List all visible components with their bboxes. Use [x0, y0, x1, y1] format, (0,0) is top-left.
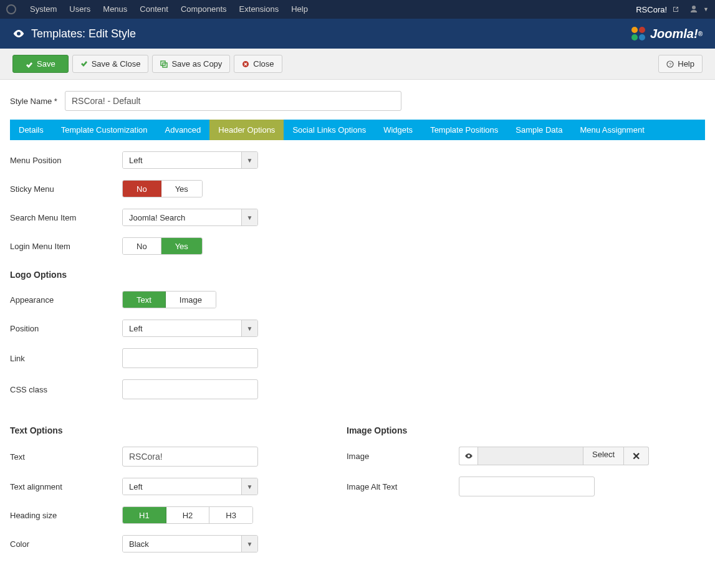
heading-h3[interactable]: H3 [209, 507, 252, 523]
css-class-input[interactable] [122, 379, 258, 399]
tab-header-options[interactable]: Header Options [209, 120, 284, 140]
image-row: Image Select ✕ [347, 447, 671, 465]
sticky-menu-no[interactable]: No [123, 181, 161, 197]
text-alignment-label: Text alignment [10, 482, 122, 491]
sitename-link[interactable]: RSCora! [636, 5, 667, 14]
tab-template-positions[interactable]: Template Positions [421, 120, 507, 140]
chevron-down-icon[interactable]: ▼ [703, 6, 709, 12]
heading-size-toggle: H1 H2 H3 [122, 506, 253, 524]
login-menu-no[interactable]: No [123, 238, 161, 254]
text-alignment-row: Text alignment Left ▼ [10, 478, 309, 495]
text-options-col: Text Options Text Text alignment Left ▼ … [10, 410, 309, 564]
save-copy-button[interactable]: Save as Copy [152, 55, 230, 73]
menu-menus[interactable]: Menus [97, 0, 133, 19]
heading-h2[interactable]: H2 [166, 507, 210, 523]
logo-text-input[interactable] [122, 447, 258, 467]
heading-size-row: Heading size H1 H2 H3 [10, 506, 309, 524]
save-label: Save [37, 59, 55, 69]
help-label: Help [678, 59, 694, 69]
login-menu-toggle: No Yes [122, 237, 203, 255]
appearance-text[interactable]: Text [123, 292, 166, 308]
login-menu-yes[interactable]: Yes [161, 238, 202, 254]
menu-position-select[interactable]: Left ▼ [122, 151, 258, 169]
sticky-menu-yes[interactable]: Yes [161, 181, 202, 197]
search-menu-value: Joomla! Search [123, 209, 241, 225]
options-columns: Text Options Text Text alignment Left ▼ … [10, 410, 705, 564]
chevron-down-icon: ▼ [241, 536, 257, 552]
tab-social-links[interactable]: Social Links Options [284, 120, 375, 140]
logo-options-heading: Logo Options [10, 270, 705, 280]
heading-h1[interactable]: H1 [123, 507, 166, 523]
css-class-label: CSS class [10, 385, 122, 394]
joomla-logo-text: Joomla! [650, 27, 698, 41]
image-alt-row: Image Alt Text [347, 477, 671, 496]
menu-system[interactable]: System [24, 0, 63, 19]
page-title-wrap: Templates: Edit Style [12, 27, 136, 40]
external-link-icon[interactable] [672, 6, 679, 13]
user-icon[interactable] [689, 5, 698, 14]
text-alignment-select[interactable]: Left ▼ [122, 478, 258, 495]
config-tabs: Details Template Customization Advanced … [10, 120, 705, 140]
logo-link-input[interactable] [122, 348, 258, 368]
save-copy-label: Save as Copy [171, 59, 222, 69]
chevron-down-icon: ▼ [241, 209, 257, 225]
image-options-col: Image Options Image Select ✕ [347, 410, 671, 564]
content-area: Style Name * Details Template Customizat… [0, 80, 715, 575]
tab-sample-data[interactable]: Sample Data [507, 120, 571, 140]
appearance-image[interactable]: Image [166, 292, 216, 308]
header-options-panel: Menu Position Left ▼ Sticky Menu No Yes … [10, 140, 705, 564]
topbar-right: RSCora! ▼ [636, 5, 709, 14]
apply-icon [26, 60, 33, 68]
svg-text:?: ? [669, 62, 672, 67]
style-name-label: Style Name * [10, 97, 65, 106]
help-icon: ? [666, 60, 674, 68]
tab-menu-assignment[interactable]: Menu Assignment [571, 120, 653, 140]
help-button[interactable]: ? Help [658, 55, 703, 73]
login-menu-label: Login Menu Item [10, 242, 122, 251]
save-close-button[interactable]: Save & Close [72, 55, 149, 73]
sticky-menu-label: Sticky Menu [10, 184, 122, 194]
logo-position-select[interactable]: Left ▼ [122, 320, 258, 337]
search-menu-select[interactable]: Joomla! Search ▼ [122, 209, 258, 226]
image-select-button[interactable]: Select [583, 447, 624, 465]
svg-point-3 [639, 34, 645, 40]
menu-users[interactable]: Users [63, 0, 97, 19]
menu-extensions[interactable]: Extensions [233, 0, 286, 19]
color-select[interactable]: Black ▼ [122, 535, 258, 552]
menu-position-row: Menu Position Left ▼ [10, 151, 705, 169]
color-label: Color [10, 539, 122, 549]
logo-text-label: Text [10, 452, 122, 462]
tab-details[interactable]: Details [10, 120, 52, 140]
menu-position-label: Menu Position [10, 156, 122, 165]
style-name-input[interactable] [65, 91, 401, 111]
tab-template-customization[interactable]: Template Customization [52, 120, 156, 140]
close-button[interactable]: Close [234, 55, 282, 73]
action-toolbar: Save Save & Close Save as Copy Close ? H… [0, 49, 715, 80]
menu-content[interactable]: Content [133, 0, 175, 19]
search-menu-row: Search Menu Item Joomla! Search ▼ [10, 209, 705, 226]
text-options-heading: Text Options [10, 425, 309, 435]
chevron-down-icon: ▼ [241, 478, 257, 495]
menu-position-value: Left [123, 152, 241, 168]
text-alignment-value: Left [123, 478, 241, 495]
close-label: Close [253, 59, 274, 69]
logo-link-label: Link [10, 354, 122, 363]
image-alt-input[interactable] [459, 477, 595, 496]
image-options-heading: Image Options [347, 425, 671, 435]
image-alt-label: Image Alt Text [347, 482, 459, 491]
svg-point-2 [631, 34, 638, 40]
save-close-label: Save & Close [92, 59, 141, 69]
svg-point-1 [639, 27, 645, 33]
image-select-group: Select ✕ [459, 447, 649, 465]
color-value: Black [123, 536, 241, 552]
tab-widgets[interactable]: Widgets [375, 120, 421, 140]
image-clear-button[interactable]: ✕ [624, 447, 649, 465]
tab-advanced[interactable]: Advanced [156, 120, 209, 140]
image-preview-button[interactable] [459, 447, 477, 465]
menu-components[interactable]: Components [175, 0, 233, 19]
menu-help[interactable]: Help [285, 0, 314, 19]
chevron-down-icon: ▼ [241, 152, 257, 168]
check-icon [80, 60, 88, 68]
appearance-row: Appearance Text Image [10, 291, 705, 308]
save-button[interactable]: Save [12, 55, 69, 73]
